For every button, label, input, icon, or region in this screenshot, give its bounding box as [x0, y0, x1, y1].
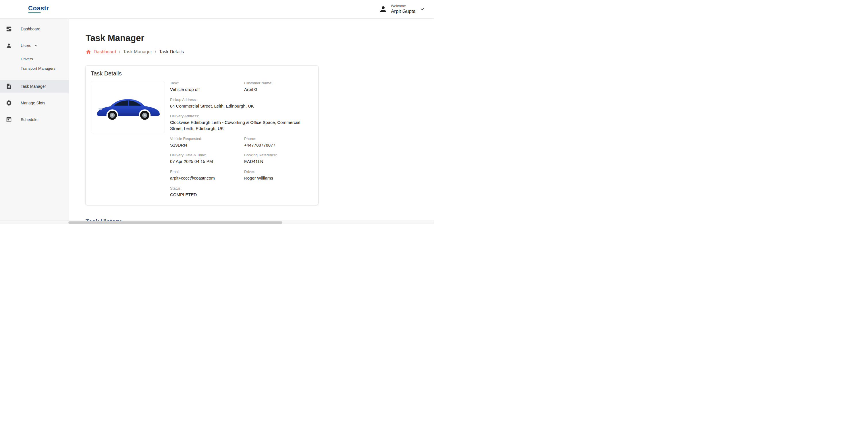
page-title: Task Manager — [86, 33, 423, 43]
field-value: Clockwise Edinburgh Leith - Coworking & … — [170, 119, 313, 131]
task-details-card: Task Details — [86, 66, 318, 205]
sidebar-item-manage-slots[interactable]: Manage Slots — [0, 97, 69, 109]
field-status: Status: COMPLETED — [170, 186, 244, 198]
vehicle-image — [91, 81, 165, 133]
app-root: Coastr Welcome Arpit Gupta — [0, 0, 434, 224]
field-label: Vehicle Requested: — [170, 137, 244, 141]
field-value: EAD41LN — [244, 159, 313, 165]
sidebar-item-label: Task Manager — [21, 84, 46, 89]
card-title: Task Details — [91, 70, 313, 77]
field-label: Status: — [170, 186, 244, 191]
field-value: S19DRN — [170, 142, 244, 148]
field-driver: Driver: Roger Williams — [244, 170, 313, 181]
sidebar: Dashboard Users Drivers Transport Manage… — [0, 19, 69, 224]
horizontal-scrollbar-track[interactable] — [0, 220, 434, 224]
task-file-icon — [6, 83, 12, 90]
field-label: Phone: — [244, 137, 313, 141]
field-customer-name: Customer Name: Arpit G — [244, 81, 313, 93]
field-email: Email: arpit+cccc@coastr.com — [170, 170, 244, 181]
task-fields: Task: Vehicle drop off Customer Name: Ar… — [170, 81, 313, 198]
brand-swoosh-icon — [28, 12, 41, 13]
sidebar-item-label: Transport Managers — [21, 66, 56, 71]
field-value: Vehicle drop off — [170, 87, 244, 93]
welcome-label: Welcome — [391, 4, 415, 9]
field-pickup-address: Pickup Address: 84 Commercial Street, Le… — [170, 98, 313, 109]
sidebar-item-label: Scheduler — [21, 117, 39, 122]
user-menu[interactable]: Welcome Arpit Gupta — [379, 4, 425, 14]
field-label: Pickup Address: — [170, 98, 313, 102]
field-value: Arpit G — [244, 87, 313, 93]
avatar-icon — [379, 5, 388, 13]
field-label: Customer Name: — [244, 81, 313, 85]
breadcrumb-dashboard[interactable]: Dashboard — [94, 49, 116, 55]
chevron-down-icon — [419, 6, 425, 12]
user-text: Welcome Arpit Gupta — [391, 4, 415, 14]
main-content: Task Manager Dashboard / Task Manager / … — [69, 19, 434, 224]
card-body: Task: Vehicle drop off Customer Name: Ar… — [91, 81, 313, 198]
field-value: COMPLETED — [170, 192, 244, 198]
sidebar-item-label: Manage Slots — [21, 101, 45, 105]
calendar-icon — [6, 116, 12, 123]
field-empty — [244, 186, 313, 198]
field-value: arpit+cccc@coastr.com — [170, 175, 244, 181]
field-label: Booking Reference: — [244, 153, 313, 157]
brand-logo[interactable]: Coastr — [28, 5, 49, 13]
brand-name: Coastr — [28, 5, 49, 11]
blue-sedan-graphic — [94, 90, 162, 125]
sidebar-item-label: Dashboard — [21, 27, 40, 31]
field-booking-reference: Booking Reference: EAD41LN — [244, 153, 313, 165]
breadcrumb-task-details: Task Details — [159, 49, 184, 55]
horizontal-scrollbar-thumb[interactable] — [68, 221, 282, 224]
sidebar-item-label: Users — [21, 43, 31, 48]
sidebar-item-scheduler[interactable]: Scheduler — [0, 113, 69, 126]
breadcrumb-separator: / — [119, 49, 120, 55]
field-value: 07 Apr 2025 04:15 PM — [170, 159, 244, 165]
sidebar-item-dashboard[interactable]: Dashboard — [0, 23, 69, 35]
sidebar-item-task-manager[interactable]: Task Manager — [0, 80, 69, 93]
field-value: 84 Commercial Street, Leith, Edinburgh, … — [170, 103, 313, 109]
field-label: Driver: — [244, 170, 313, 174]
field-phone: Phone: +447788778877 — [244, 137, 313, 148]
breadcrumb-task-manager[interactable]: Task Manager — [123, 49, 152, 55]
field-value: +447788778877 — [244, 142, 313, 148]
sidebar-item-drivers[interactable]: Drivers — [0, 54, 69, 64]
breadcrumb-separator: / — [155, 49, 156, 55]
user-name: Arpit Gupta — [391, 8, 415, 14]
sidebar-item-label: Drivers — [21, 57, 33, 61]
field-label: Delivery Address: — [170, 114, 313, 118]
chevron-down-icon — [34, 43, 39, 48]
field-label: Delivery Date & Time: — [170, 153, 244, 157]
home-icon[interactable] — [86, 49, 91, 55]
sidebar-item-transport-managers[interactable]: Transport Managers — [0, 64, 69, 73]
sidebar-item-users[interactable]: Users — [0, 39, 69, 52]
field-delivery-address: Delivery Address: Clockwise Edinburgh Le… — [170, 114, 313, 131]
gear-icon — [6, 100, 12, 106]
breadcrumb: Dashboard / Task Manager / Task Details — [86, 49, 423, 55]
dashboard-icon — [6, 26, 12, 32]
field-value: Roger Williams — [244, 175, 313, 181]
field-task: Task: Vehicle drop off — [170, 81, 244, 93]
field-label: Email: — [170, 170, 244, 174]
field-label: Task: — [170, 81, 244, 85]
field-vehicle-requested: Vehicle Requested: S19DRN — [170, 137, 244, 148]
topbar: Coastr Welcome Arpit Gupta — [0, 0, 434, 19]
person-icon — [6, 42, 12, 49]
field-delivery-date-time: Delivery Date & Time: 07 Apr 2025 04:15 … — [170, 153, 244, 165]
